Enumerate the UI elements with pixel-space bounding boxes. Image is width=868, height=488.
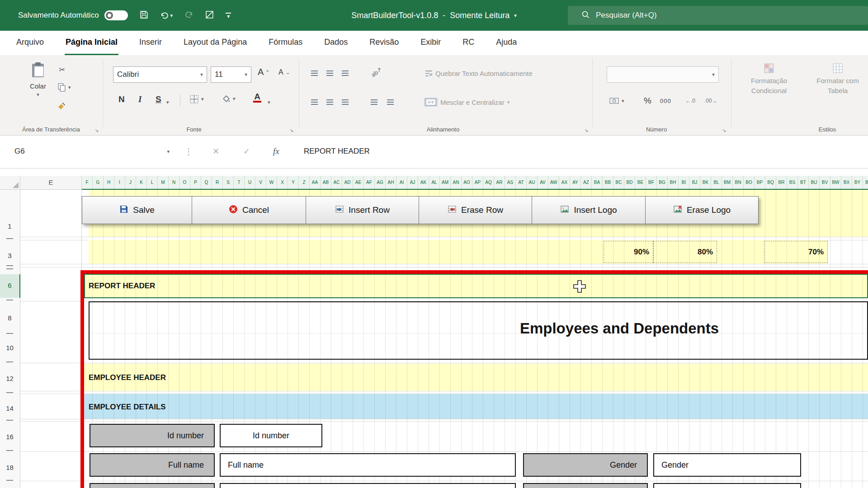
percent-cell-80[interactable]: 80% <box>653 241 717 263</box>
italic-button[interactable]: I <box>138 96 142 103</box>
column-header-BL[interactable]: BL <box>711 176 722 189</box>
column-header-N[interactable]: N <box>169 176 179 189</box>
column-header-I[interactable]: I <box>114 176 125 189</box>
id-number-label-cell[interactable]: Id number <box>90 424 215 447</box>
tab-layout-da-pagina[interactable]: Layout da Página <box>183 31 248 55</box>
column-header-BR[interactable]: BR <box>776 176 787 189</box>
employee-details-cell[interactable]: EMPLOYEE DETAILS <box>89 403 166 412</box>
column-header-AK[interactable]: AK <box>418 176 429 189</box>
column-header-BH[interactable]: BH <box>668 176 679 189</box>
column-header-AO[interactable]: AO <box>462 176 472 189</box>
align-center-icon[interactable] <box>326 99 333 105</box>
row-header-8[interactable]: 8 <box>0 313 19 324</box>
column-header-O[interactable]: O <box>179 176 190 189</box>
column-header-AP[interactable]: AP <box>472 176 483 189</box>
column-header-P[interactable]: P <box>190 176 201 189</box>
save-icon[interactable] <box>140 10 148 21</box>
fill-color-button[interactable]: ▾ <box>222 95 236 103</box>
employee-details-band[interactable] <box>84 394 868 419</box>
column-header-AR[interactable]: AR <box>494 176 505 189</box>
copy-button[interactable]: ▾ <box>58 83 71 92</box>
column-header-F[interactable]: F <box>82 176 93 189</box>
cancel-entry-icon[interactable]: ✕ <box>212 142 219 161</box>
column-header-AM[interactable]: AM <box>440 176 451 189</box>
tab-rc[interactable]: RC <box>462 31 475 55</box>
column-header-AG[interactable]: AG <box>375 176 386 189</box>
gender-value-cell[interactable]: Gender <box>653 453 801 477</box>
full-name-value-cell[interactable]: Full name <box>220 453 516 477</box>
row-header-16[interactable]: 16 <box>0 432 19 442</box>
insert-row-button[interactable]: Insert Row <box>306 196 419 224</box>
column-header-AL[interactable]: AL <box>429 176 440 189</box>
autosave-toggle[interactable] <box>104 10 128 20</box>
column-header-BV[interactable]: BV <box>820 176 830 189</box>
comma-style-button[interactable]: 000 <box>660 98 671 104</box>
column-header-BY[interactable]: BY <box>852 176 863 189</box>
salve-button[interactable]: Salve <box>82 196 192 224</box>
decrease-indent-icon[interactable] <box>371 99 377 105</box>
column-header-AI[interactable]: AI <box>396 176 407 189</box>
increase-decimal-button[interactable]: ←.0 <box>685 98 695 104</box>
tab-ajuda[interactable]: Ajuda <box>495 31 518 55</box>
column-header-BI[interactable]: BI <box>679 176 689 189</box>
column-header-AW[interactable]: AW <box>548 176 559 189</box>
column-header-W[interactable]: W <box>266 176 277 189</box>
align-left-icon[interactable] <box>311 99 318 105</box>
column-header-BP[interactable]: BP <box>755 176 765 189</box>
increase-indent-icon[interactable] <box>387 99 394 105</box>
column-header-AC[interactable]: AC <box>331 176 342 189</box>
column-header-AH[interactable]: AH <box>386 176 396 189</box>
align-middle-icon[interactable] <box>326 70 333 76</box>
employee-header-cell[interactable]: EMPLOYEE HEADER <box>89 373 166 382</box>
insert-logo-button[interactable]: Insert Logo <box>532 196 646 224</box>
number-format-select[interactable]: ▾ <box>607 66 719 83</box>
search-input[interactable]: Pesquisar (Alt+Q) <box>568 6 868 25</box>
tab-formulas[interactable]: Fórmulas <box>268 31 303 55</box>
underline-button[interactable]: S <box>156 96 161 103</box>
column-header-AZ[interactable]: AZ <box>581 176 592 189</box>
insert-function-icon[interactable]: fx <box>273 142 279 161</box>
tab-revisao[interactable]: Revisão <box>368 31 400 55</box>
column-header-BO[interactable]: BO <box>744 176 755 189</box>
document-mode-icon[interactable] <box>205 10 214 21</box>
column-header-G[interactable]: G <box>93 176 104 189</box>
text-orientation-icon[interactable]: ab↗ <box>370 66 383 79</box>
row-header-3[interactable]: 3 <box>0 250 19 261</box>
format-as-table-button[interactable]: Formatar com Tabela <box>809 63 866 94</box>
column-header-BZ[interactable]: BZ <box>863 176 868 189</box>
dialog-launcher-icon[interactable]: ↘ <box>584 127 588 133</box>
column-header-BS[interactable]: BS <box>787 176 798 189</box>
formula-input[interactable]: REPORT HEADER <box>304 142 370 161</box>
chevron-down-icon[interactable]: ▾ <box>166 99 169 105</box>
column-header-BD[interactable]: BD <box>624 176 635 189</box>
redo-icon[interactable] <box>184 11 193 20</box>
row-header-6[interactable]: 6 <box>0 280 19 291</box>
column-header-L[interactable]: L <box>147 176 158 189</box>
row-header-18[interactable]: 18 <box>0 462 19 473</box>
dialog-launcher-icon[interactable]: ↘ <box>94 127 99 133</box>
table-row[interactable] <box>523 483 648 488</box>
column-header-V[interactable]: V <box>255 176 266 189</box>
column-header-BQ[interactable]: BQ <box>765 176 776 189</box>
gender-label-cell[interactable]: Gender <box>523 453 648 477</box>
column-header-BJ[interactable]: BJ <box>689 176 700 189</box>
column-header-AQ[interactable]: AQ <box>483 176 494 189</box>
column-header-BF[interactable]: BF <box>646 176 657 189</box>
paste-button[interactable]: Colar ▾ <box>24 61 52 98</box>
column-header-H[interactable]: H <box>104 176 114 189</box>
report-header-band[interactable] <box>84 274 868 298</box>
bold-button[interactable]: N <box>118 96 125 103</box>
row-header-1[interactable]: 1 <box>0 221 19 232</box>
column-header-T[interactable]: T <box>234 176 245 189</box>
column-header-AT[interactable]: AT <box>516 176 527 189</box>
column-header-BN[interactable]: BN <box>733 176 744 189</box>
row-header-10[interactable]: 10 <box>0 343 19 353</box>
column-header-K[interactable]: K <box>136 176 147 189</box>
column-header-AX[interactable]: AX <box>559 176 570 189</box>
dialog-launcher-icon[interactable]: ↘ <box>722 127 726 133</box>
column-header-AV[interactable]: AV <box>538 176 548 189</box>
column-header-Z[interactable]: Z <box>299 176 310 189</box>
row-header-14[interactable]: 14 <box>0 403 19 414</box>
column-header-X[interactable]: X <box>277 176 288 189</box>
column-header-BX[interactable]: BX <box>841 176 852 189</box>
